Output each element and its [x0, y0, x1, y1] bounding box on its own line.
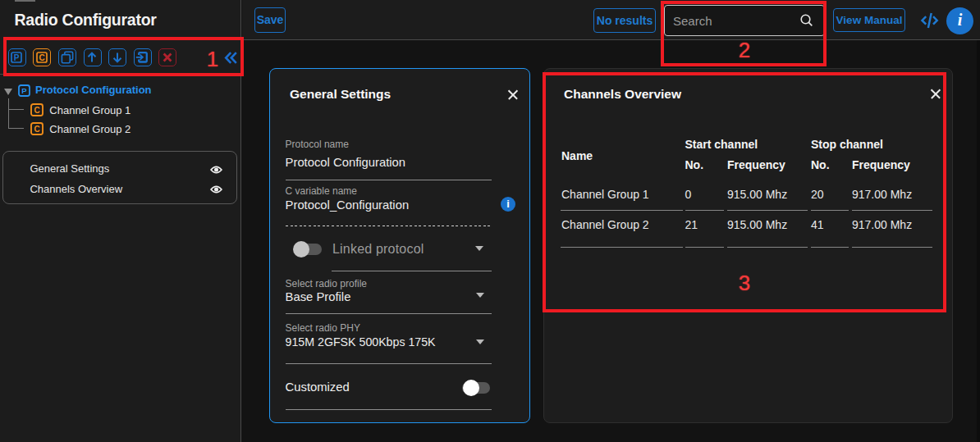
svg-text:C: C [34, 106, 39, 115]
svg-text:C: C [34, 125, 39, 134]
svg-text:P: P [21, 86, 27, 95]
